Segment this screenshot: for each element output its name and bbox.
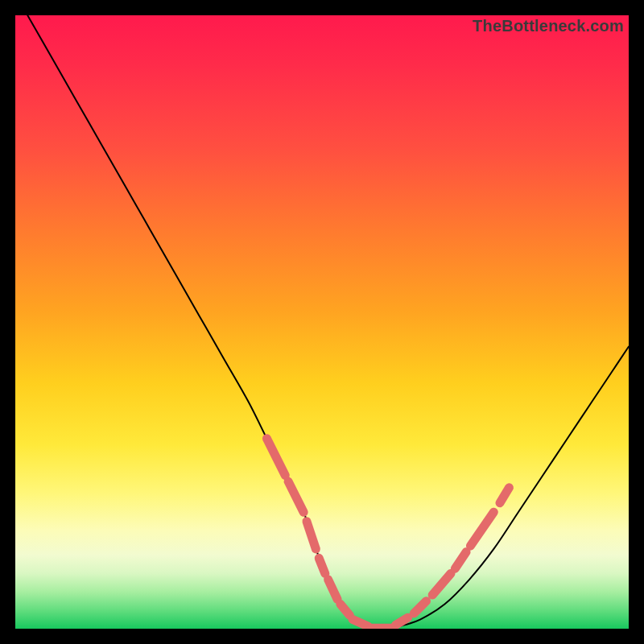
chart-frame: TheBottleneck.com [0, 0, 644, 644]
highlight-segment [395, 617, 407, 625]
highlight-segment [432, 573, 451, 595]
highlight-segment [353, 620, 368, 626]
highlight-segment [500, 488, 509, 503]
highlight-segment [266, 439, 285, 476]
highlight-segment [341, 605, 349, 616]
highlight-segment [328, 580, 337, 599]
highlight-segment [455, 552, 466, 569]
highlight-segment [288, 481, 303, 512]
curve-layer [15, 15, 629, 629]
highlight-segment [414, 601, 426, 613]
highlight-segment [307, 522, 316, 549]
plot-area: TheBottleneck.com [15, 15, 629, 629]
highlight-segment [470, 512, 493, 546]
bottleneck-curve [27, 15, 629, 629]
highlight-segments [266, 439, 509, 628]
highlight-segment [319, 558, 325, 573]
